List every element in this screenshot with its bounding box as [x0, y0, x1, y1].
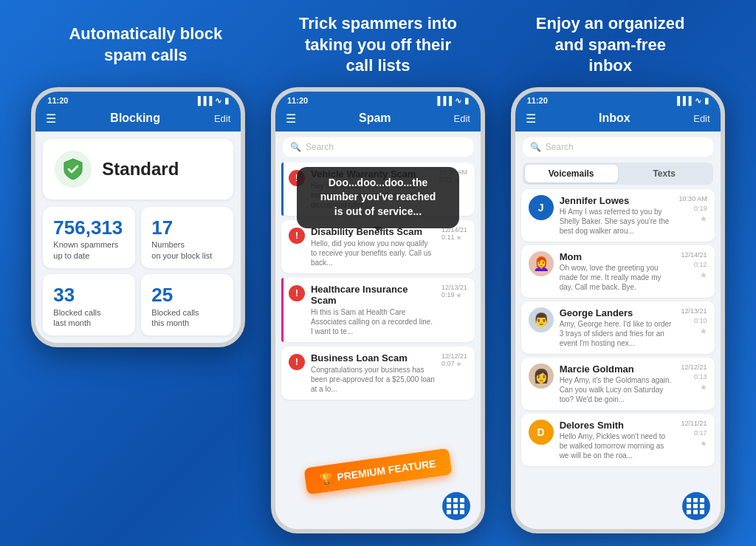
spam-desc-1: Hello, did you know you now qualify to r… [311, 239, 436, 267]
header-title-3: Enjoy an organized and spam-free inbox [536, 13, 685, 77]
spam-star-2: ★ [456, 291, 462, 299]
nav-edit-1[interactable]: Edit [214, 113, 230, 124]
spam-meta-2: 12/13/21 0:19 ★ [441, 284, 467, 299]
search-bar-3[interactable]: 🔍 Search [523, 137, 713, 157]
search-icon-3: 🔍 [530, 142, 541, 152]
inbox-item-1[interactable]: 👩‍🦰 Mom Oh wow, love the greeting you ma… [521, 245, 715, 298]
stat-card-1: 17 Numbers on your block list [141, 207, 233, 268]
inbox-name-2: George Landers [560, 307, 676, 318]
search-icon-2: 🔍 [290, 142, 301, 152]
inbox-right-2: 12/13/21 0:10 ★ [681, 307, 707, 336]
nav-bar-2: ☰ Spam Edit [275, 109, 481, 132]
search-placeholder-3: Search [546, 142, 574, 152]
spam-duration-2: 0:19 [441, 291, 455, 298]
avatar-1: 👩‍🦰 [529, 251, 554, 276]
nav-bar-1: ☰ Blocking Edit [35, 109, 241, 132]
inbox-content-0: Jennifer Lowes Hi Amy I was referred to … [560, 195, 673, 236]
stat-label-2: Blocked calls last month [53, 307, 125, 329]
grid-dots-2 [447, 498, 465, 514]
spam-item-2[interactable]: ! Healthcare Insurance Scam Hi this is S… [281, 278, 475, 342]
grid-button-3[interactable] [682, 492, 710, 520]
star-1: ★ [700, 270, 707, 280]
wifi-icon: ∿ [215, 96, 221, 106]
header-col-1: Automatically block spam calls [30, 13, 262, 77]
battery-icon-2: ▮ [464, 96, 469, 106]
inbox-dur-3: 0:13 [694, 373, 707, 381]
status-bar-2: 11:20 ▐▐▐ ∿ ▮ [275, 92, 481, 109]
status-time-3: 11:20 [527, 96, 548, 105]
inbox-list: J Jennifer Lowes Hi Amy I was referred t… [515, 189, 721, 466]
premium-badge: 🏆 PREMIUM FEATURE [303, 448, 452, 494]
status-icons-2: ▐▐▐ ∿ ▮ [435, 96, 469, 106]
inbox-item-0[interactable]: J Jennifer Lowes Hi Amy I was referred t… [521, 189, 715, 242]
search-bar-2[interactable]: 🔍 Search [283, 137, 473, 157]
premium-label: PREMIUM FEATURE [336, 457, 436, 483]
battery-icon: ▮ [224, 96, 229, 106]
spam-desc-2: Hi this is Sam at Health Care Associates… [311, 307, 436, 336]
spam-tooltip: Doo...doo...doo...the number you've reac… [297, 167, 459, 228]
inbox-preview-3: Hey Amy, it's the Goldmans again. Can yo… [560, 375, 676, 404]
spam-time-2: 12/13/21 [441, 284, 467, 291]
header-row: Automatically block spam calls Trick spa… [0, 0, 756, 84]
status-icons-1: ▐▐▐ ∿ ▮ [195, 96, 229, 106]
tab-texts[interactable]: Texts [618, 165, 711, 182]
inbox-dur-2: 0:10 [694, 317, 707, 324]
tab-voicemails[interactable]: Voicemails [525, 165, 618, 182]
star-0: ★ [700, 214, 707, 224]
star-4: ★ [700, 439, 707, 448]
status-icons-3: ▐▐▐ ∿ ▮ [674, 96, 708, 106]
inbox-item-3[interactable]: 👩 Marcie Goldman Hey Amy, it's the Goldm… [521, 358, 715, 410]
inbox-time-2: 12/13/21 [681, 307, 707, 315]
nav-title-3: Inbox [599, 112, 630, 125]
premium-icon: 🏆 [320, 471, 334, 485]
status-time-2: 11:20 [287, 96, 308, 105]
nav-edit-3[interactable]: Edit [693, 113, 709, 124]
pink-accent-2 [281, 278, 284, 342]
avatar-0: J [529, 195, 554, 220]
status-time-1: 11:20 [47, 96, 68, 105]
inbox-item-2[interactable]: 👨 George Landers Amy, George here. I'd l… [521, 301, 715, 354]
spam-content-3: Business Loan Scam Congratulations your … [311, 352, 436, 394]
menu-icon-2[interactable]: ☰ [286, 112, 296, 126]
stat-card-3: 25 Blocked calls this month [141, 274, 233, 335]
spam-duration-3: 0:07 [441, 360, 455, 367]
spam-time-3: 12/12/21 [441, 352, 467, 360]
phone-spam: 11:20 ▐▐▐ ∿ ▮ ☰ Spam Edit Doo...doo...do… [271, 87, 485, 533]
grid-button-2[interactable] [442, 492, 470, 520]
inbox-time-1: 12/14/21 [681, 251, 707, 259]
inbox-time-0: 10:30 AM [679, 195, 707, 202]
avatar-4: D [529, 420, 554, 445]
inbox-screen: 🔍 Search Voicemails Texts J Jennifer Low… [515, 137, 721, 529]
spam-title-2: Healthcare Insurance Scam [311, 284, 436, 306]
spam-icon-3: ! [289, 354, 305, 370]
avatar-initial-4: D [537, 426, 545, 438]
avatar-3: 👩 [529, 364, 554, 389]
grid-dots-3 [687, 498, 705, 514]
avatar-2: 👨 [529, 307, 554, 332]
inbox-dur-1: 0:12 [694, 261, 707, 268]
stat-number-1: 17 [151, 217, 223, 239]
stats-grid: 756,313 Known spammers up to date 17 Num… [43, 207, 233, 335]
inbox-item-4[interactable]: D Delores Smith Hello Amy, Pickles won't… [521, 414, 715, 466]
nav-edit-2[interactable]: Edit [454, 113, 470, 124]
spam-desc-3: Congratulations your business has been p… [311, 365, 436, 394]
inbox-name-0: Jennifer Lowes [560, 195, 673, 206]
star-2: ★ [700, 327, 707, 336]
header-title-2: Trick spammers into taking you off their… [299, 13, 457, 77]
spam-item-3[interactable]: ! Business Loan Scam Congratulations you… [281, 347, 475, 400]
inbox-name-4: Delores Smith [560, 420, 676, 431]
spam-icon-1: ! [289, 228, 305, 244]
shield-card: Standard [43, 139, 233, 199]
stat-label-3: Blocked calls this month [151, 307, 223, 329]
blue-accent-0 [281, 163, 284, 216]
inbox-preview-1: Oh wow, love the greeting you made for m… [560, 263, 676, 292]
stat-card-2: 33 Blocked calls last month [43, 274, 135, 335]
inbox-right-0: 10:30 AM 0:19 ★ [679, 195, 707, 224]
search-placeholder-2: Search [306, 142, 334, 152]
header-title-1: Automatically block spam calls [69, 24, 222, 66]
inbox-preview-2: Amy, George here. I'd like to order 3 tr… [560, 319, 676, 348]
menu-icon-3[interactable]: ☰ [526, 112, 536, 126]
shield-icon [55, 151, 92, 188]
spam-title-3: Business Loan Scam [311, 352, 436, 364]
menu-icon-1[interactable]: ☰ [46, 112, 56, 126]
